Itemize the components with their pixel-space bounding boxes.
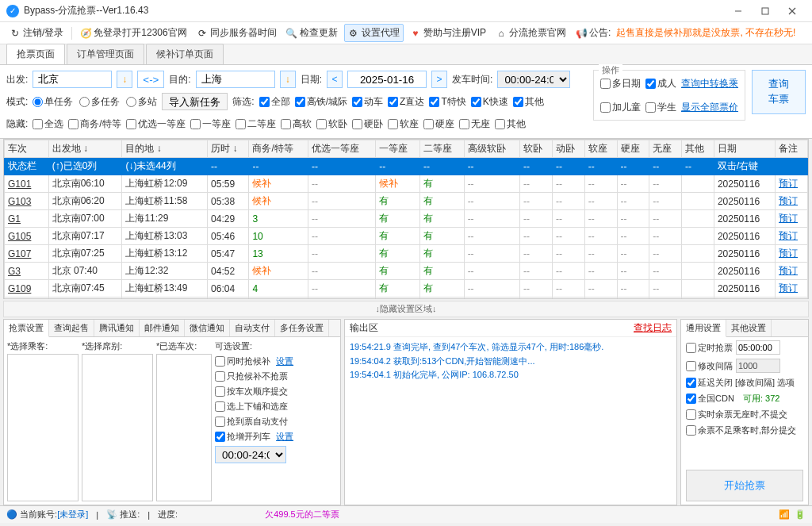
from-input[interactable] xyxy=(33,71,112,88)
hide-gr[interactable]: 高软 xyxy=(281,117,312,131)
train-table[interactable]: 车次出发地 ↓目的地 ↓历时 ↓商务/特等优选一等座一等座二等座高级软卧软卧动卧… xyxy=(3,139,809,299)
filter-other[interactable]: 其他 xyxy=(513,95,544,109)
logout-button[interactable]: ↻注销/登录 xyxy=(6,25,67,41)
sync-time-button[interactable]: ⟳同步服务器时间 xyxy=(193,25,280,41)
tab-ticket[interactable]: 抢票页面 xyxy=(6,44,65,64)
hide-yd[interactable]: 优选一等座 xyxy=(126,117,186,131)
gs-cdn[interactable]: 全国CDN xyxy=(686,393,734,405)
multi-day[interactable]: 多日期 xyxy=(600,77,641,90)
table-row[interactable]: G3北京 07:40上海12:3204:52候补--有有------------… xyxy=(5,263,808,280)
col-header[interactable]: 软座 xyxy=(584,140,617,158)
gs-delay[interactable]: 延迟关闭 [修改间隔] 选项 xyxy=(686,377,795,389)
filter-z[interactable]: Z直达 xyxy=(388,95,424,109)
col-header[interactable]: 优选一等座 xyxy=(308,140,376,158)
import-button[interactable]: 导入新任务 xyxy=(162,93,228,110)
date-prev[interactable]: < xyxy=(327,71,343,88)
settings-tab[interactable]: 微信通知 xyxy=(185,320,230,336)
start-button[interactable]: 开始抢票 xyxy=(686,470,803,501)
date-input[interactable] xyxy=(347,71,427,88)
table-row[interactable]: G1北京南07:00上海11:2904:293--有有------------2… xyxy=(5,210,808,228)
filter-k[interactable]: K快速 xyxy=(471,95,508,109)
filter-gt[interactable]: 高铁/城际 xyxy=(295,95,347,109)
gs-interval-input[interactable] xyxy=(736,359,780,373)
col-header[interactable]: 其他 xyxy=(682,140,714,158)
to-input[interactable] xyxy=(196,71,275,88)
book-link[interactable]: 预订 xyxy=(779,265,798,276)
table-row[interactable]: G109北京南07:45上海虹桥13:4906:044--有有---------… xyxy=(5,280,808,298)
show-all-link[interactable]: 显示全部票价 xyxy=(681,101,738,114)
col-header[interactable]: 目的地 ↓ xyxy=(122,140,208,158)
proxy-button[interactable]: ⚙设置代理 xyxy=(344,24,404,42)
col-header[interactable]: 商务/特等 xyxy=(249,140,308,158)
book-link[interactable]: 预订 xyxy=(779,195,798,206)
from-dropdown[interactable]: ↓ xyxy=(117,71,132,88)
table-row[interactable]: G107北京南07:25上海虹桥13:1205:4713--有有--------… xyxy=(5,245,808,263)
hide-all[interactable]: 全选 xyxy=(33,117,63,131)
tab-orders[interactable]: 订单管理页面 xyxy=(67,44,144,64)
minimize-button[interactable] xyxy=(725,0,752,22)
passenger-list[interactable] xyxy=(7,354,79,501)
find-log-link[interactable]: 查找日志 xyxy=(634,321,672,335)
to-dropdown[interactable]: ↓ xyxy=(280,71,296,88)
student[interactable]: 学生 xyxy=(645,101,676,114)
col-header[interactable]: 动卧 xyxy=(552,140,584,158)
book-link[interactable]: 预订 xyxy=(779,178,798,189)
swap-button[interactable]: <-> xyxy=(137,71,164,88)
status-row[interactable]: 状态栏(↑)已选0列(↓)未选44列----------------------… xyxy=(5,158,808,175)
table-row[interactable]: G101北京南06:10上海虹桥12:0905:59候补--候补有-------… xyxy=(5,175,808,193)
col-header[interactable]: 无座 xyxy=(649,140,682,158)
gs-tab-general[interactable]: 通用设置 xyxy=(681,320,726,337)
table-row[interactable]: G103北京南06:20上海虹桥11:5805:38候补--有有--------… xyxy=(5,193,808,210)
col-header[interactable]: 车次 xyxy=(5,140,49,158)
mode-station[interactable]: 多站 xyxy=(126,95,157,109)
col-header[interactable]: 二等座 xyxy=(419,140,464,158)
opt-time-select[interactable]: 00:00-24:00 xyxy=(215,446,286,463)
settings-tab[interactable]: 多任务设置 xyxy=(275,320,329,336)
collapse-bar[interactable]: ↓隐藏设置区域↓ xyxy=(3,301,809,317)
hide-ydz[interactable]: 一等座 xyxy=(190,117,231,131)
hide-sw[interactable]: 商务/特等 xyxy=(68,117,121,131)
opt-extra[interactable]: 抢增开列车 设置 xyxy=(215,431,293,443)
tab-waitlist[interactable]: 候补订单页面 xyxy=(146,44,224,64)
col-header[interactable]: 出发地 ↓ xyxy=(48,140,122,158)
child[interactable]: 加儿童 xyxy=(600,101,641,114)
settings-tab[interactable]: 腾讯通知 xyxy=(94,320,140,336)
hide-wz[interactable]: 无座 xyxy=(459,117,490,131)
date-next[interactable]: > xyxy=(431,71,447,88)
gs-timed-input[interactable] xyxy=(736,340,780,355)
book-link[interactable]: 预订 xyxy=(779,230,798,241)
log-body[interactable]: 19:54:21.9 查询完毕, 查到47个车次, 筛选显示47个, 用时:18… xyxy=(345,337,676,505)
opt-order[interactable]: 按车次顺序提交 xyxy=(215,386,293,397)
gs-interval[interactable]: 修改间隔 xyxy=(686,360,733,372)
mode-single[interactable]: 单任务 xyxy=(33,95,73,109)
gs-timed[interactable]: 定时抢票 xyxy=(686,342,733,354)
table-row[interactable]: G3北京南08:00上海12:3204:32候补--有有------------… xyxy=(5,298,808,300)
col-header[interactable]: 历时 ↓ xyxy=(208,140,249,158)
book-link[interactable]: 预订 xyxy=(779,213,798,224)
hide-yz[interactable]: 硬座 xyxy=(423,117,454,131)
settings-tab[interactable]: 查询起售 xyxy=(49,320,94,336)
picked-train-list[interactable] xyxy=(156,354,212,501)
mode-multi[interactable]: 多任务 xyxy=(79,95,120,109)
opt-waitlist[interactable]: 同时抢候补 设置 xyxy=(215,355,293,367)
maximize-button[interactable] xyxy=(752,0,779,22)
col-header[interactable]: 备注 xyxy=(776,140,808,158)
settings-tab[interactable]: 自动支付 xyxy=(230,320,275,336)
settings-tab[interactable]: 抢票设置 xyxy=(4,320,49,337)
seat-list[interactable] xyxy=(82,354,153,501)
col-header[interactable]: 硬座 xyxy=(617,140,649,158)
col-header[interactable]: 软卧 xyxy=(520,140,553,158)
vip-button[interactable]: ♥赞助与注册VIP xyxy=(407,25,489,41)
check-update-button[interactable]: 🔍检查更新 xyxy=(283,25,341,41)
close-button[interactable] xyxy=(779,0,806,22)
opt-bunk[interactable]: 选上下铺和选座 xyxy=(215,401,293,413)
table-row[interactable]: G105北京南07:17上海虹桥13:0305:4610--有有--------… xyxy=(5,228,808,245)
open-12306-button[interactable]: 🧭免登录打开12306官网 xyxy=(77,25,190,41)
col-header[interactable]: 一等座 xyxy=(376,140,420,158)
filter-dc[interactable]: 动车 xyxy=(352,95,383,109)
hide-ed[interactable]: 二等座 xyxy=(236,117,276,131)
time-select[interactable]: 00:00-24:00 xyxy=(497,71,570,88)
hide-rz[interactable]: 软座 xyxy=(388,117,419,131)
transfer-link[interactable]: 查询中转换乘 xyxy=(681,77,738,90)
hide-other[interactable]: 其他 xyxy=(495,117,526,131)
